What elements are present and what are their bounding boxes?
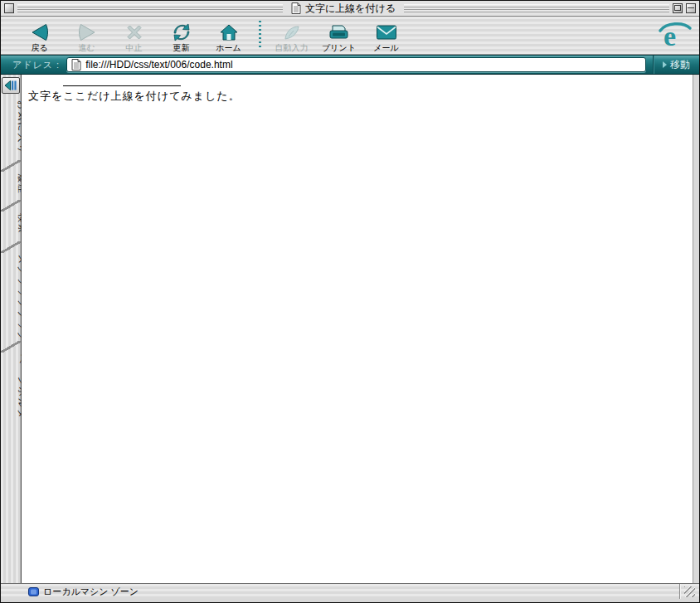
address-bar: アドレス : 移動 (1, 55, 699, 75)
body-text: 文字をここだけ上線を付けてみました。 (28, 85, 241, 105)
sidebar-tab-divider (1, 341, 21, 353)
titlebar-stripes (404, 4, 669, 13)
title-bar[interactable]: 文字に上線を付ける (1, 1, 699, 17)
sidebar-tab-scrapbook[interactable]: スクラップブック (1, 253, 21, 341)
back-button[interactable]: 戻る (16, 19, 63, 52)
internet-explorer-logo-icon: e (658, 20, 693, 55)
address-input[interactable] (85, 58, 641, 71)
toolbar-separator (259, 21, 261, 49)
page-content: 文字をここだけ上線を付けてみました。 (22, 75, 693, 583)
sidebar-tab-history[interactable]: 履歴 (1, 172, 21, 200)
main-area: お気に入り 履歴 検索 スクラップブック ページホルダ 文字をここだけ上線を付け… (1, 75, 699, 583)
stop-button[interactable]: 中止 (110, 19, 158, 52)
home-label: ホーム (216, 43, 241, 52)
address-label: アドレス : (12, 59, 60, 71)
forward-label: 進む (78, 43, 95, 52)
print-label: プリント (322, 43, 356, 52)
security-zone-icon (28, 587, 39, 596)
collapse-box-icon[interactable] (686, 3, 696, 13)
expand-panel-icon (4, 80, 17, 90)
resize-grip-icon (684, 586, 695, 597)
close-box-icon[interactable] (4, 3, 14, 13)
expand-panel-button[interactable] (2, 77, 20, 94)
mail-label: メール (373, 43, 398, 52)
home-icon (219, 22, 239, 42)
resize-grip[interactable] (679, 584, 699, 599)
sidebar-tab-pageholder[interactable]: ページホルダ (1, 353, 21, 424)
refresh-label: 更新 (173, 43, 190, 52)
zone-status-text: ローカルマシン ゾーン (43, 586, 139, 598)
browser-window: 文字に上線を付ける 戻る 進む 中止 (0, 0, 700, 603)
home-button[interactable]: ホーム (205, 19, 252, 52)
text-before-overline: 文字を (28, 90, 63, 102)
titlebar-stripes (17, 4, 283, 13)
refresh-button[interactable]: 更新 (158, 19, 205, 52)
mail-icon (376, 22, 397, 42)
mail-button[interactable]: メール (362, 19, 410, 52)
autofill-label: 自動入力 (275, 43, 309, 52)
go-arrow-icon (663, 61, 667, 68)
sidebar-tab-search[interactable]: 検索 (1, 212, 21, 241)
stop-label: 中止 (126, 43, 143, 52)
window-frame-bottom (1, 599, 699, 602)
document-icon (291, 2, 301, 14)
autofill-icon (282, 22, 302, 42)
print-icon (328, 22, 350, 42)
go-label: 移動 (670, 58, 690, 72)
toolbar: 戻る 進む 中止 更新 (1, 17, 699, 55)
window-title-group: 文字に上線を付ける (286, 2, 401, 16)
zoom-box-icon[interactable] (673, 3, 683, 13)
sidebar-tab-divider (1, 200, 21, 212)
back-icon (29, 22, 51, 42)
forward-icon (76, 22, 98, 42)
refresh-icon (172, 22, 192, 42)
document-icon (71, 59, 81, 71)
sidebar-tab-favorites[interactable]: お気に入り (1, 99, 21, 160)
address-field[interactable] (66, 57, 646, 72)
forward-button[interactable]: 進む (63, 19, 110, 52)
stop-icon (124, 22, 144, 42)
overlined-text: ここだけ上線を付けて (63, 85, 181, 105)
sidebar-tab-divider (1, 160, 21, 172)
sidebar-tab-divider (1, 241, 21, 253)
page-title: 文字に上線を付ける (305, 2, 396, 16)
sidebar-tab-strip: お気に入り 履歴 検索 スクラップブック ページホルダ (1, 75, 22, 583)
text-after-overline: みました。 (181, 90, 240, 102)
autofill-button[interactable]: 自動入力 (268, 19, 315, 52)
status-bar: ローカルマシン ゾーン (1, 583, 699, 599)
go-button[interactable]: 移動 (653, 56, 699, 74)
print-button[interactable]: プリント (315, 19, 362, 52)
back-label: 戻る (31, 43, 47, 52)
